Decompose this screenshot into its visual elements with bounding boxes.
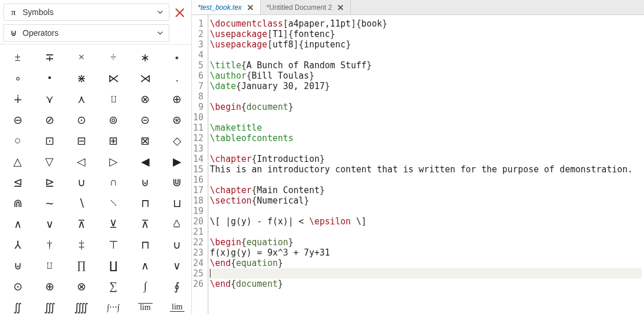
symbol-button[interactable]: ± — [6, 49, 29, 65]
symbol-button[interactable]: ∧ — [134, 257, 157, 274]
chevron-down-icon — [156, 8, 164, 16]
tab-label: *test_book.tex — [198, 3, 242, 12]
symbol-button[interactable]: ○ — [6, 132, 29, 149]
symbol-button[interactable]: ⊝ — [134, 112, 157, 128]
symbol-button[interactable]: ∫⋯∫ — [102, 299, 125, 314]
app-root: π Symbols ⊎ Operators ±∓×÷∗⋆∘•⋇⋉⋊.∔⋎⋏⨿⊗⊕… — [0, 0, 644, 314]
close-icon[interactable] — [173, 6, 187, 20]
symbol-button[interactable]: ⊖ — [6, 112, 29, 128]
symbol-button[interactable]: ⊼ — [69, 216, 93, 232]
symbol-button[interactable]: ⊕ — [38, 278, 61, 294]
symbol-button[interactable]: ⨌ — [69, 299, 93, 314]
symbol-button[interactable]: ∓ — [38, 49, 61, 65]
code-editor[interactable]: 1234567891011121314151617181920212223242… — [192, 15, 644, 314]
symbol-button[interactable]: ∑ — [102, 278, 125, 294]
symbol-button[interactable]: ⊘ — [38, 112, 61, 128]
symbol-button[interactable]: ∪ — [69, 174, 93, 190]
symbol-button[interactable]: ∧ — [6, 216, 29, 232]
symbol-button[interactable]: ⊓ — [134, 195, 157, 211]
symbol-button[interactable]: ⋉ — [102, 70, 125, 86]
symbol-button[interactable]: ∨ — [165, 257, 189, 274]
symbol-button[interactable]: ⊗ — [69, 278, 93, 294]
symbol-button[interactable]: ◇ — [165, 132, 189, 149]
symbol-button[interactable]: ⊎ — [6, 257, 29, 274]
symbol-button[interactable]: ⟍ — [102, 195, 125, 211]
symbol-button[interactable]: lim — [134, 299, 157, 314]
symbol-button[interactable]: ⊞ — [102, 132, 125, 149]
symbol-button[interactable]: ⊎ — [134, 174, 157, 190]
symbol-button[interactable]: • — [38, 70, 61, 86]
symbol-button[interactable]: × — [69, 49, 93, 65]
symbol-button[interactable]: ⋎ — [38, 91, 61, 107]
symbol-button[interactable]: ∬ — [6, 299, 29, 314]
symbol-button[interactable]: ⊗ — [134, 91, 157, 107]
symbol-button[interactable]: ⊠ — [134, 132, 157, 149]
symbol-button[interactable]: ◁ — [69, 153, 93, 169]
symbol-button[interactable]: ∨ — [38, 216, 61, 232]
operators-category-dropdown[interactable]: ⊎ Operators — [3, 24, 169, 42]
symbol-button[interactable]: ⋓ — [165, 174, 189, 190]
symbol-button[interactable]: ∏ — [69, 257, 93, 274]
symbol-button[interactable]: ÷ — [102, 49, 125, 65]
symbols-category-dropdown[interactable]: π Symbols — [3, 3, 169, 21]
symbol-button[interactable]: ∩ — [102, 174, 125, 190]
symbol-button[interactable]: ⊡ — [38, 132, 61, 149]
symbol-button[interactable]: ∼ — [38, 195, 61, 211]
symbol-button[interactable]: ⊤ — [102, 237, 125, 253]
symbol-button[interactable]: ∮ — [165, 278, 189, 294]
tab-file-2[interactable]: *Untitled Document 2 — [261, 0, 351, 14]
symbol-button[interactable]: ∗ — [134, 49, 157, 65]
tab-close-icon[interactable] — [246, 3, 254, 12]
tab-file-1[interactable]: *test_book.tex — [192, 0, 261, 14]
symbol-button[interactable]: ▶ — [165, 153, 189, 169]
symbol-grid: ±∓×÷∗⋆∘•⋇⋉⋊.∔⋎⋏⨿⊗⊕⊖⊘⊙⊚⊝⊛○⊡⊟⊞⊠◇△▽◁▷◀▶⊴⊵∪∩… — [0, 44, 191, 314]
tab-close-icon[interactable] — [336, 3, 345, 12]
symbol-button[interactable]: ⊼ — [134, 216, 157, 232]
dropdown-label: Operators — [23, 28, 151, 38]
sidebar-header: π Symbols ⊎ Operators — [0, 0, 191, 44]
symbol-button[interactable]: ⊛ — [165, 112, 189, 128]
symbol-button[interactable]: ⋏ — [69, 91, 93, 107]
symbol-button[interactable]: . — [165, 70, 189, 86]
symbol-button[interactable]: ▷ — [102, 153, 125, 169]
symbol-button[interactable]: ⅄ — [6, 237, 29, 253]
editor-panel: *test_book.tex *Untitled Document 2 1234… — [192, 0, 644, 314]
symbol-button[interactable]: ∐ — [102, 257, 125, 274]
symbol-button[interactable]: △ — [6, 153, 29, 169]
symbol-button[interactable]: ⊔ — [165, 195, 189, 211]
symbol-button[interactable]: ⨿ — [38, 257, 61, 274]
symbol-button[interactable]: ∭ — [38, 299, 61, 314]
operators-icon: ⊎ — [9, 28, 18, 38]
symbol-button[interactable]: ⊕ — [165, 91, 189, 107]
symbol-button[interactable]: ⋇ — [69, 70, 93, 86]
symbol-button[interactable]: † — [38, 237, 61, 253]
symbol-button[interactable]: ∔ — [6, 91, 29, 107]
tab-label: *Untitled Document 2 — [267, 3, 332, 12]
symbol-button[interactable]: ⊻ — [102, 216, 125, 232]
symbol-button[interactable]: ⋊ — [134, 70, 157, 86]
symbol-button[interactable]: ◀ — [134, 153, 157, 169]
symbol-button[interactable]: ⊵ — [38, 174, 61, 190]
symbol-button[interactable]: ⋆ — [165, 49, 189, 65]
symbol-button[interactable]: ⋒ — [6, 195, 29, 211]
symbol-button[interactable]: ‡ — [69, 237, 93, 253]
symbol-button[interactable]: ⩟ — [165, 216, 189, 232]
symbol-button[interactable]: ∖ — [69, 195, 93, 211]
source-text[interactable]: \documentclass[a4paper,11pt]{book}\usepa… — [209, 15, 644, 314]
symbol-button[interactable]: ⊙ — [69, 112, 93, 128]
symbol-button[interactable]: ⊟ — [69, 132, 93, 149]
symbol-button[interactable]: ▽ — [38, 153, 61, 169]
symbol-button[interactable]: ∪ — [165, 237, 189, 253]
line-numbers: 1234567891011121314151617181920212223242… — [192, 15, 207, 314]
symbol-button[interactable]: ∘ — [6, 70, 29, 86]
dropdown-label: Symbols — [23, 8, 151, 17]
symbol-button[interactable]: ⊴ — [6, 174, 29, 190]
symbols-sidebar: π Symbols ⊎ Operators ±∓×÷∗⋆∘•⋇⋉⋊.∔⋎⋏⨿⊗⊕… — [0, 0, 192, 314]
pi-icon: π — [9, 8, 18, 17]
symbol-button[interactable]: ∫ — [134, 278, 157, 294]
symbol-button[interactable]: ⨿ — [102, 91, 125, 107]
symbol-button[interactable]: ⊚ — [102, 112, 125, 128]
symbol-button[interactable]: ⊙ — [6, 278, 29, 294]
symbol-button[interactable]: lim — [165, 299, 189, 314]
symbol-button[interactable]: ⊓ — [134, 237, 157, 253]
